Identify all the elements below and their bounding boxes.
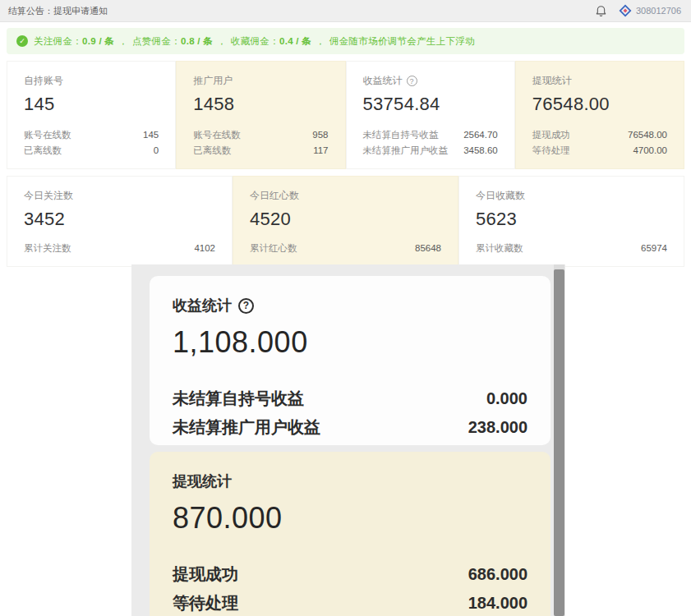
- stat-sub-row: 账号在线数 145: [24, 127, 159, 143]
- card-promo-users: 推广用户 1458 账号在线数 958 已离线数 117: [176, 61, 345, 169]
- card-title: 收益统计: [363, 74, 403, 88]
- stat-sub-row: 累计红心数 85648: [250, 241, 441, 256]
- banner-separator: ，: [213, 36, 231, 46]
- commission-banner: ✓ 关注佣金：0.9 / 条，点赞佣金：0.8 / 条，收藏佣金：0.4 / 条…: [7, 28, 684, 54]
- mobile-card-title: 收益统计: [173, 296, 232, 315]
- sub-value: 76548.00: [628, 127, 667, 143]
- success-circle-icon: ✓: [16, 35, 28, 47]
- mobile-sub-row: 未结算推广用户收益 238.000: [173, 416, 527, 438]
- card-value: 3452: [24, 209, 215, 230]
- sub-value: 145: [143, 127, 159, 143]
- stat-sub-row: 已离线数 117: [193, 143, 328, 159]
- banner-value-favorite: 0.4 / 条: [279, 36, 311, 46]
- sub-label: 未结算推广用户收益: [363, 143, 449, 159]
- sub-label: 账号在线数: [193, 127, 241, 143]
- stat-sub-row: 账号在线数 958: [193, 127, 328, 143]
- sub-label: 等待处理: [532, 143, 570, 159]
- card-value: 145: [24, 94, 159, 115]
- mobile-card-value: 870.000: [173, 501, 527, 536]
- mobile-withdraw-card: 提现统计 870.000 提现成功 686.000 等待处理 184.000: [150, 452, 550, 616]
- sub-label: 未结算推广用户收益: [173, 416, 320, 438]
- sub-label: 累计关注数: [24, 241, 71, 256]
- sub-value: 65974: [641, 241, 667, 256]
- sub-value: 686.000: [468, 563, 527, 585]
- card-title: 自持账号: [24, 74, 63, 88]
- stats-row-1: 自持账号 145 账号在线数 145 已离线数 0 推广用户 1458 账号在线…: [7, 61, 684, 169]
- sub-label: 提现成功: [173, 563, 238, 585]
- banner-suffix: 佣金随市场价调节会产生上下浮动: [329, 36, 475, 46]
- mobile-sub-row: 提现成功 686.000: [173, 563, 527, 585]
- help-icon[interactable]: ?: [238, 298, 254, 314]
- stat-sub-row: 累计关注数 4102: [24, 241, 215, 256]
- mobile-card-title: 提现统计: [173, 471, 232, 491]
- banner-value-follow: 0.9 / 条: [82, 36, 114, 46]
- card-today-favorites: 今日收藏数 5623 累计收藏数 65974: [458, 176, 684, 267]
- card-title: 今日关注数: [24, 189, 73, 203]
- mobile-card-value: 1,108.000: [173, 325, 527, 360]
- sub-value: 4700.00: [633, 143, 667, 159]
- topbar-right: 308012706: [595, 4, 681, 17]
- stat-sub-row: 未结算推广用户收益 3458.60: [363, 143, 498, 159]
- card-income-stats: 收益统计 ? 53754.84 未结算自持号收益 2564.70 未结算推广用户…: [346, 61, 515, 169]
- banner-label-like: 点赞佣金：: [132, 36, 181, 46]
- sub-value: 0.000: [486, 388, 527, 409]
- card-withdraw-stats: 提现统计 76548.00 提现成功 76548.00 等待处理 4700.00: [515, 61, 684, 169]
- sub-value: 117: [313, 143, 328, 159]
- topbar: 结算公告：提现申请通知 308012706: [0, 0, 691, 22]
- sub-value: 184.000: [468, 592, 527, 614]
- sub-value: 3458.60: [463, 143, 498, 159]
- sub-value: 238.000: [468, 416, 527, 438]
- sub-value: 2564.70: [463, 127, 498, 143]
- sub-label: 账号在线数: [24, 127, 71, 143]
- sub-label: 已离线数: [193, 143, 231, 159]
- banner-separator: ，: [311, 36, 329, 46]
- card-title: 推广用户: [193, 74, 233, 88]
- sub-label: 累计红心数: [250, 241, 297, 256]
- mobile-sub-row: 未结算自持号收益 0.000: [173, 388, 527, 409]
- card-title: 提现统计: [532, 74, 572, 88]
- banner-value-like: 0.8 / 条: [181, 36, 213, 46]
- user-id: 308012706: [636, 6, 681, 16]
- announcement-title[interactable]: 结算公告：提现申请通知: [8, 5, 108, 17]
- sub-label: 累计收藏数: [476, 241, 523, 256]
- diamond-logo-icon: [619, 4, 632, 17]
- sub-value: 0: [154, 143, 159, 159]
- card-self-accounts: 自持账号 145 账号在线数 145 已离线数 0: [7, 61, 176, 169]
- sub-value: 958: [312, 127, 328, 143]
- sub-label: 未结算自持号收益: [363, 127, 439, 143]
- card-today-hearts: 今日红心数 4520 累计红心数 85648: [233, 176, 458, 267]
- card-value: 1458: [193, 94, 328, 115]
- banner-separator: ，: [114, 36, 132, 46]
- stats-row-2: 今日关注数 3452 累计关注数 4102 今日红心数 4520 累计红心数 8…: [7, 176, 684, 267]
- card-value: 53754.84: [363, 94, 498, 115]
- mobile-sub-row: 等待处理 184.000: [173, 592, 527, 614]
- card-value: 5623: [476, 209, 667, 230]
- scrollbar-track[interactable]: [554, 264, 564, 616]
- stat-sub-row: 已离线数 0: [24, 143, 159, 159]
- sub-label: 已离线数: [24, 143, 62, 159]
- mobile-screenshot-panel: 收益统计 ? 1,108.000 未结算自持号收益 0.000 未结算推广用户收…: [131, 264, 565, 616]
- help-icon[interactable]: ?: [407, 76, 417, 86]
- sub-value: 85648: [415, 241, 441, 256]
- mobile-income-card: 收益统计 ? 1,108.000 未结算自持号收益 0.000 未结算推广用户收…: [150, 276, 550, 445]
- account-badge[interactable]: 308012706: [619, 4, 681, 17]
- sub-label: 等待处理: [173, 592, 238, 614]
- stat-sub-row: 提现成功 76548.00: [532, 127, 667, 143]
- card-title: 今日红心数: [250, 189, 299, 203]
- scrollbar-thumb[interactable]: [554, 269, 564, 616]
- card-title: 今日收藏数: [476, 189, 525, 203]
- sub-label: 提现成功: [532, 127, 570, 143]
- card-value: 4520: [250, 209, 441, 230]
- card-value: 76548.00: [532, 94, 667, 115]
- commission-banner-text: 关注佣金：0.9 / 条，点赞佣金：0.8 / 条，收藏佣金：0.4 / 条，佣…: [34, 35, 475, 48]
- stat-sub-row: 累计收藏数 65974: [476, 241, 667, 256]
- stat-sub-row: 未结算自持号收益 2564.70: [363, 127, 498, 143]
- banner-label-favorite: 收藏佣金：: [231, 36, 279, 46]
- stat-sub-row: 等待处理 4700.00: [532, 143, 667, 159]
- sub-value: 4102: [194, 241, 215, 256]
- banner-label-follow: 关注佣金：: [34, 36, 82, 46]
- card-today-follows: 今日关注数 3452 累计关注数 4102: [7, 176, 233, 267]
- bell-icon[interactable]: [595, 5, 607, 17]
- sub-label: 未结算自持号收益: [173, 388, 304, 409]
